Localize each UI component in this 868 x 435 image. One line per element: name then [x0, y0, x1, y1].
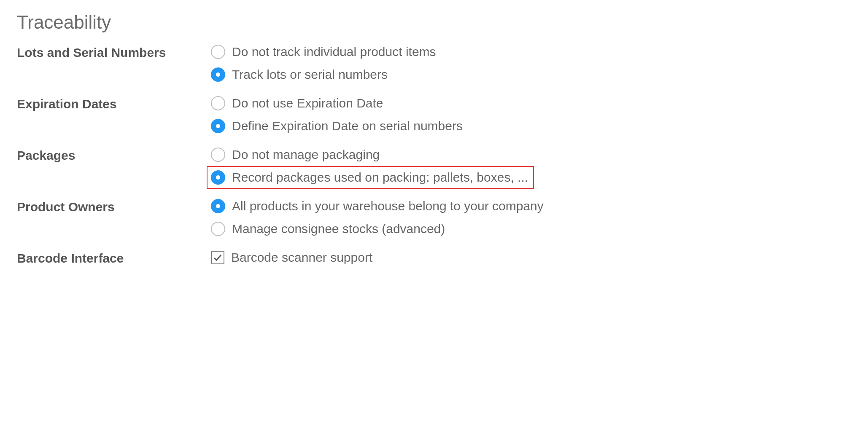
radio-label: Do not track individual product items: [232, 45, 436, 59]
radio-label: All products in your warehouse belong to…: [232, 199, 544, 213]
radio-icon: [211, 96, 225, 110]
checkbox-label: Barcode scanner support: [231, 250, 372, 265]
setting-options-lots-serial: Do not track individual product items Tr…: [211, 45, 436, 82]
radio-expiration-none[interactable]: Do not use Expiration Date: [211, 96, 463, 110]
radio-label: Do not manage packaging: [232, 148, 380, 162]
setting-options-packages: Do not manage packaging Record packages …: [211, 148, 528, 185]
radio-expiration-define[interactable]: Define Expiration Date on serial numbers: [211, 119, 463, 133]
radio-packages-none[interactable]: Do not manage packaging: [211, 148, 528, 162]
radio-icon: [211, 148, 225, 162]
radio-icon: [211, 199, 225, 213]
check-icon: [213, 252, 223, 263]
setting-product-owners: Product Owners All products in your ware…: [17, 199, 851, 236]
radio-icon: [211, 222, 225, 236]
checkbox-barcode-support[interactable]: Barcode scanner support: [211, 250, 372, 265]
radio-icon: [211, 119, 225, 133]
radio-icon: [211, 45, 225, 59]
setting-lots-serial: Lots and Serial Numbers Do not track ind…: [17, 45, 851, 82]
radio-owners-consignee[interactable]: Manage consignee stocks (advanced): [211, 222, 544, 236]
radio-owners-company[interactable]: All products in your warehouse belong to…: [211, 199, 544, 213]
setting-options-expiration: Do not use Expiration Date Define Expira…: [211, 96, 463, 133]
radio-packages-record[interactable]: Record packages used on packing: pallets…: [207, 166, 534, 189]
radio-label: Define Expiration Date on serial numbers: [232, 119, 463, 133]
radio-icon: [211, 170, 225, 185]
radio-label: Record packages used on packing: pallets…: [232, 170, 528, 185]
setting-expiration: Expiration Dates Do not use Expiration D…: [17, 96, 851, 133]
setting-label-expiration: Expiration Dates: [17, 96, 211, 111]
setting-options-barcode: Barcode scanner support: [211, 250, 372, 265]
section-title: Traceability: [17, 12, 851, 33]
setting-options-product-owners: All products in your warehouse belong to…: [211, 199, 544, 236]
checkbox-icon: [211, 251, 224, 264]
setting-label-product-owners: Product Owners: [17, 199, 211, 214]
radio-label: Track lots or serial numbers: [232, 67, 388, 82]
setting-packages: Packages Do not manage packaging Record …: [17, 148, 851, 185]
radio-label: Do not use Expiration Date: [232, 96, 383, 110]
setting-barcode: Barcode Interface Barcode scanner suppor…: [17, 250, 851, 266]
radio-icon: [211, 67, 225, 82]
setting-label-packages: Packages: [17, 148, 211, 163]
radio-lots-no-track[interactable]: Do not track individual product items: [211, 45, 436, 59]
radio-label: Manage consignee stocks (advanced): [232, 222, 445, 236]
setting-label-barcode: Barcode Interface: [17, 250, 211, 266]
radio-lots-track[interactable]: Track lots or serial numbers: [211, 67, 436, 82]
setting-label-lots-serial: Lots and Serial Numbers: [17, 45, 211, 60]
